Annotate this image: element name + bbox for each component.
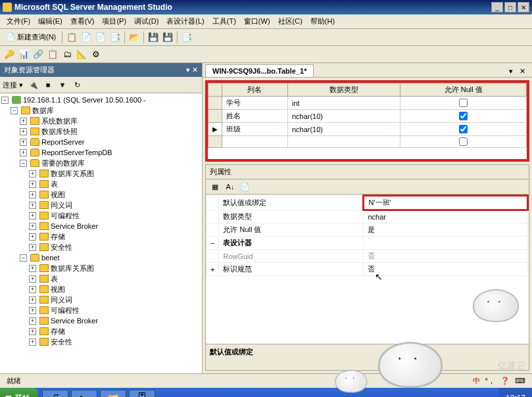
prop-row-allownull[interactable]: 允许 Null 值 是 — [206, 223, 528, 237]
system-tray[interactable]: 13:17 — [499, 388, 532, 397]
allow-null-checkbox-0[interactable] — [459, 99, 468, 107]
menu-tools[interactable]: 工具(T) — [208, 15, 240, 28]
cell-type-2[interactable]: nchar(10) — [287, 123, 400, 136]
cell-name-new[interactable] — [222, 136, 288, 148]
minimize-button[interactable]: _ — [491, 2, 503, 12]
grid-row-2[interactable]: ▶ 班级 nchar(10) — [208, 123, 527, 136]
explorer-tool-3[interactable]: ▼ — [56, 79, 69, 91]
tree-reportservertemp[interactable]: +ReportServerTempDB — [1, 147, 201, 158]
tree-reportserver[interactable]: +ReportServer — [1, 137, 201, 147]
explorer-tool-2[interactable]: ■ — [41, 79, 55, 91]
tree-databases[interactable]: −数据库 — [1, 105, 201, 116]
cell-type-new[interactable] — [287, 136, 400, 148]
menu-edit[interactable]: 编辑(E) — [34, 15, 66, 28]
connect-button[interactable]: 连接 ▾ — [3, 80, 23, 90]
tab-close-icon[interactable]: ✕ — [517, 67, 528, 76]
new-query-button[interactable]: 📄 新建查询(N) — [3, 30, 59, 44]
toolbar-btn-2[interactable]: 📄 — [80, 31, 93, 44]
cell-null-0[interactable] — [400, 97, 527, 110]
status-keyboard-icon[interactable]: ⌨ — [512, 377, 528, 385]
start-button[interactable]: ⊞ 开始 — [0, 388, 38, 397]
menu-project[interactable]: 项目(P) — [98, 15, 130, 28]
cell-type-1[interactable]: nchar(10) — [287, 110, 400, 123]
tree-security-2[interactable]: +安全性 — [1, 337, 201, 347]
toolbar-btn-9[interactable]: 📑 — [180, 31, 193, 44]
tree-servicebroker-2[interactable]: +Service Broker — [1, 315, 201, 326]
cell-type-0[interactable]: int — [287, 97, 400, 110]
grid-row-1[interactable]: 姓名 nchar(10) — [208, 110, 527, 123]
toolbar-btn-4[interactable]: 📑 — [109, 31, 122, 44]
save-all-button[interactable]: 💾 — [161, 31, 174, 44]
tree-diagram-1[interactable]: +数据库关系图 — [1, 168, 201, 179]
prop-row-tabledesigner[interactable]: − 表设计器 — [206, 237, 528, 250]
task-ssms[interactable]: 🗄 — [129, 390, 155, 397]
tree-views-2[interactable]: +视图 — [1, 284, 201, 294]
tb2-btn-7[interactable]: ⚙ — [89, 48, 103, 61]
cell-name-0[interactable]: 学号 — [222, 97, 288, 110]
task-powershell[interactable]: ▶ — [71, 390, 97, 397]
menu-community[interactable]: 社区(C) — [274, 15, 306, 28]
header-data-type[interactable]: 数据类型 — [287, 83, 400, 97]
menu-debug[interactable]: 调试(D) — [130, 15, 162, 28]
grid-row-0[interactable]: 学号 int — [208, 97, 527, 110]
tree-storage-2[interactable]: +存储 — [1, 326, 201, 337]
allow-null-checkbox-new[interactable] — [459, 137, 468, 146]
cell-name-2[interactable]: 班级 — [222, 123, 288, 136]
tree-tables-2[interactable]: +表 — [1, 273, 201, 284]
tb2-btn-1[interactable]: 🔑 — [3, 48, 16, 61]
tb2-btn-3[interactable]: 🔗 — [32, 48, 45, 61]
tb2-btn-6[interactable]: 📐 — [75, 48, 88, 61]
task-explorer[interactable]: 📁 — [100, 390, 126, 397]
menu-file[interactable]: 文件(F) — [3, 15, 34, 28]
prop-exp-plus[interactable]: + — [206, 263, 219, 276]
prop-value-datatype[interactable]: nchar — [364, 210, 528, 223]
prop-exp-minus[interactable]: − — [206, 237, 219, 250]
tree-synonyms-1[interactable]: +同义词 — [1, 200, 201, 210]
prop-row-datatype[interactable]: 数据类型 nchar — [206, 210, 528, 223]
prop-value-default[interactable]: N'一班' — [364, 196, 528, 210]
explorer-pin-icon[interactable]: ▾ ✕ — [186, 66, 198, 74]
tree-storage-1[interactable]: +存储 — [1, 231, 201, 242]
prop-row-rowguid[interactable]: RowGuid 否 — [206, 250, 528, 263]
cell-null-1[interactable] — [400, 110, 527, 123]
cell-null-new[interactable] — [400, 136, 527, 148]
explorer-tool-4[interactable]: ↻ — [70, 79, 84, 91]
tree-synonyms-2[interactable]: +同义词 — [1, 294, 201, 305]
allow-null-checkbox-1[interactable] — [459, 112, 468, 120]
props-alpha-icon[interactable]: A↓ — [224, 181, 237, 193]
tb2-btn-5[interactable]: 🗂 — [60, 48, 74, 61]
prop-value-identity[interactable]: 否 — [364, 263, 528, 276]
tree-views-1[interactable]: +视图 — [1, 189, 201, 200]
tree-snapshot[interactable]: +数据库快照 — [1, 126, 201, 137]
maximize-button[interactable]: □ — [504, 2, 516, 12]
prop-row-identity[interactable]: + 标识规范 否 — [206, 263, 528, 276]
allow-null-checkbox-2[interactable] — [459, 125, 468, 133]
props-categorized-icon[interactable]: ▦ — [208, 181, 222, 193]
header-col-name[interactable]: 列名 — [222, 83, 288, 97]
open-button[interactable]: 📂 — [128, 31, 141, 44]
tree-benet[interactable]: −benet — [1, 252, 201, 263]
tree-security-1[interactable]: +安全性 — [1, 242, 201, 252]
menu-view[interactable]: 查看(V) — [66, 15, 99, 28]
tree-sys-db[interactable]: +系统数据库 — [1, 116, 201, 126]
prop-row-default[interactable]: 默认值或绑定 N'一班' — [206, 196, 528, 210]
close-button[interactable]: ✕ — [518, 2, 529, 12]
toolbar-btn-3[interactable]: 📄 — [94, 31, 107, 44]
header-allow-null[interactable]: 允许 Null 值 — [400, 83, 527, 97]
tree-programmability-2[interactable]: +可编程性 — [1, 305, 201, 315]
menu-window[interactable]: 窗口(W) — [240, 15, 274, 28]
tree-diagram-2[interactable]: +数据库关系图 — [1, 263, 201, 273]
tb2-btn-2[interactable]: 📊 — [17, 48, 30, 61]
tb2-btn-4[interactable]: 📋 — [46, 48, 59, 61]
tree-servicebroker-1[interactable]: +Service Broker — [1, 221, 201, 231]
menu-help[interactable]: 帮助(H) — [306, 15, 339, 28]
grid-row-new[interactable] — [208, 136, 527, 148]
tree-server-root[interactable]: −192.168.1.1 (SQL Server 10.50.1600 - — [1, 95, 201, 105]
toolbar-btn-1[interactable]: 📋 — [65, 31, 78, 44]
tree-tables-1[interactable]: +表 — [1, 179, 201, 189]
task-printer[interactable]: 🖨 — [42, 390, 68, 397]
cell-null-2[interactable] — [400, 123, 527, 136]
status-help-icon[interactable]: ❓ — [498, 377, 512, 385]
prop-value-allownull[interactable]: 是 — [364, 223, 528, 237]
tree-programmability-1[interactable]: +可编程性 — [1, 210, 201, 221]
